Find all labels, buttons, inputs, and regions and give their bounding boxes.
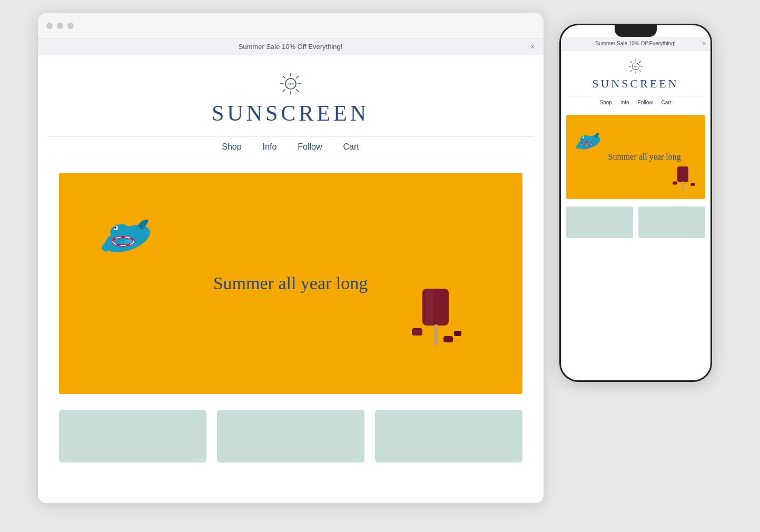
svg-rect-39 bbox=[677, 166, 688, 182]
svg-line-6 bbox=[296, 90, 299, 92]
phone-nav-item-follow[interactable]: Follow bbox=[638, 100, 653, 105]
announcement-bar: Summer Sale 10% Off Everything! × bbox=[38, 38, 544, 55]
svg-rect-40 bbox=[682, 182, 684, 191]
phone-product-grid bbox=[561, 201, 710, 243]
browser-content: Summer Sale 10% Off Everything! × SPF bbox=[38, 38, 544, 503]
browser-dot-green bbox=[67, 23, 74, 29]
svg-rect-22 bbox=[443, 336, 453, 342]
nav-item-follow[interactable]: Follow bbox=[298, 142, 322, 152]
svg-line-7 bbox=[296, 76, 299, 78]
svg-text:SPF: SPF bbox=[288, 82, 294, 86]
product-card-1[interactable] bbox=[59, 410, 206, 462]
sun-logo-icon: SPF bbox=[278, 71, 303, 96]
phone-nav: Shop Info Follow Cart bbox=[566, 96, 705, 111]
site-logo-text: SUNSCREEN bbox=[212, 101, 369, 126]
svg-rect-21 bbox=[454, 331, 461, 336]
phone-announcement-close-button[interactable]: × bbox=[702, 40, 706, 47]
svg-text:SPF: SPF bbox=[634, 65, 638, 68]
product-card-2[interactable] bbox=[217, 410, 364, 462]
svg-line-5 bbox=[283, 76, 285, 78]
phone-sun-logo-icon: SPF bbox=[627, 58, 644, 75]
svg-rect-41 bbox=[673, 182, 677, 185]
popsicle-illustration bbox=[396, 278, 480, 362]
phone-product-card-2[interactable] bbox=[638, 206, 705, 238]
svg-rect-20 bbox=[412, 328, 422, 336]
svg-point-13 bbox=[114, 226, 116, 229]
svg-line-28 bbox=[630, 61, 632, 63]
site-header: SPF SUNSCREEN Shop Info Follow Cart bbox=[38, 55, 544, 173]
phone-dolphin-illustration bbox=[570, 125, 605, 154]
nav-item-cart[interactable]: Cart bbox=[343, 142, 359, 152]
nav-item-shop[interactable]: Shop bbox=[222, 142, 241, 152]
phone-header: SPF SUNSCREEN Shop Info Follow Cart bbox=[561, 51, 710, 115]
browser-dot-red bbox=[46, 23, 53, 29]
phone-nav-item-cart[interactable]: Cart bbox=[662, 100, 672, 105]
scene: Summer Sale 10% Off Everything! × SPF bbox=[38, 13, 723, 519]
svg-line-30 bbox=[639, 61, 641, 63]
svg-point-36 bbox=[582, 136, 583, 137]
product-card-3[interactable] bbox=[375, 410, 522, 462]
svg-line-8 bbox=[283, 90, 285, 92]
phone-nav-item-info[interactable]: Info bbox=[620, 100, 629, 105]
phone-announcement-text: Summer Sale 10% Off Everything! bbox=[595, 41, 675, 46]
phone-notch bbox=[615, 25, 657, 37]
announcement-close-button[interactable]: × bbox=[530, 43, 535, 51]
nav-item-info[interactable]: Info bbox=[263, 142, 277, 152]
svg-rect-19 bbox=[434, 324, 438, 346]
product-grid bbox=[38, 399, 544, 473]
phone-popsicle-illustration bbox=[669, 163, 701, 195]
browser-dot-yellow bbox=[57, 23, 63, 29]
phone-product-card-1[interactable] bbox=[566, 206, 633, 238]
svg-rect-18 bbox=[425, 289, 433, 326]
phone-nav-item-shop[interactable]: Shop bbox=[600, 100, 612, 105]
phone-content: Summer Sale 10% Off Everything! × SPF bbox=[561, 37, 710, 243]
phone-logo-text: SUNSCREEN bbox=[592, 77, 678, 91]
site-nav: Shop Info Follow Cart bbox=[48, 136, 533, 162]
browser-chrome bbox=[38, 13, 544, 38]
desktop-browser: Summer Sale 10% Off Everything! × SPF bbox=[38, 13, 544, 503]
phone-announcement-bar: Summer Sale 10% Off Everything! × bbox=[561, 37, 710, 51]
svg-line-31 bbox=[630, 70, 632, 72]
dolphin-illustration bbox=[91, 204, 159, 262]
phone-hero-banner: Summer all year long bbox=[566, 115, 705, 199]
hero-banner: Summer all year long bbox=[59, 173, 522, 394]
hero-tagline: Summer all year long bbox=[213, 273, 368, 293]
svg-line-29 bbox=[639, 70, 641, 72]
svg-rect-42 bbox=[690, 183, 695, 186]
mobile-phone: Summer Sale 10% Off Everything! × SPF bbox=[559, 24, 712, 382]
phone-hero-tagline: Summer all year long bbox=[608, 152, 681, 162]
announcement-text: Summer Sale 10% Off Everything! bbox=[239, 43, 343, 51]
